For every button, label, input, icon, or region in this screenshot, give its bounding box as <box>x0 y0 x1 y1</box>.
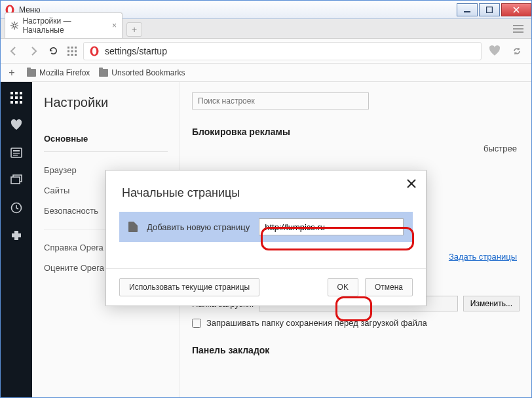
tab-title: Настройки — Начальные <box>22 16 104 35</box>
svg-rect-18 <box>75 47 77 49</box>
svg-rect-22 <box>67 54 69 56</box>
dialog-title: Начальные страницы <box>106 170 426 212</box>
dialog-add-page-row: Добавить новую страницу <box>119 212 413 242</box>
add-page-label: Добавить новую страницу <box>147 222 250 232</box>
svg-rect-3 <box>487 7 493 12</box>
svg-rect-17 <box>71 47 73 49</box>
use-current-pages-button[interactable]: Использовать текущие страницы <box>119 278 259 296</box>
svg-line-9 <box>12 23 13 24</box>
cancel-button[interactable]: Отмена <box>365 278 413 296</box>
speed-dial-icon[interactable] <box>65 44 79 58</box>
sync-icon[interactable] <box>508 42 526 60</box>
svg-rect-24 <box>75 54 77 56</box>
dialog-close-button[interactable] <box>406 178 418 190</box>
svg-rect-20 <box>71 50 73 52</box>
new-tab-button[interactable]: + <box>126 22 142 37</box>
folder-icon <box>27 69 36 77</box>
tab-strip: Настройки — Начальные × + <box>1 19 531 39</box>
nav-back-button[interactable] <box>6 43 22 59</box>
svg-point-26 <box>92 47 96 54</box>
svg-line-12 <box>12 28 13 29</box>
svg-point-4 <box>13 24 16 28</box>
svg-rect-2 <box>464 11 470 12</box>
svg-line-10 <box>16 28 18 29</box>
startup-pages-dialog: Начальные страницы Добавить новую страни… <box>105 170 427 306</box>
folder-icon <box>99 69 108 77</box>
nav-reload-button[interactable] <box>45 43 61 59</box>
tab-close-icon[interactable]: × <box>112 21 117 30</box>
svg-line-11 <box>16 23 18 24</box>
svg-rect-23 <box>71 54 73 56</box>
tab-menu-icon[interactable] <box>509 20 527 38</box>
url-field[interactable] <box>83 42 482 60</box>
window-close-button[interactable] <box>501 3 531 16</box>
window-maximize-button[interactable] <box>479 3 500 16</box>
bookmark-folder[interactable]: Mozilla Firefox <box>27 68 90 77</box>
dialog-footer: Использовать текущие страницы OK Отмена <box>106 268 426 306</box>
dialog-backdrop: Начальные страницы Добавить новую страни… <box>1 82 531 398</box>
svg-rect-14 <box>513 28 523 30</box>
page-icon <box>128 222 138 232</box>
url-input[interactable] <box>105 46 476 56</box>
svg-rect-16 <box>67 47 69 49</box>
window-minimize-button[interactable] <box>457 3 478 16</box>
bookmark-heart-icon[interactable] <box>485 42 504 60</box>
content-area: Настройки Основные Браузер Сайты Безопас… <box>1 82 531 398</box>
tab-settings[interactable]: Настройки — Начальные × <box>5 12 123 38</box>
svg-rect-13 <box>513 25 523 26</box>
opera-o-icon <box>89 46 100 56</box>
add-bookmark-button[interactable]: + <box>6 67 18 79</box>
svg-rect-15 <box>513 31 523 33</box>
gear-icon <box>10 21 18 30</box>
svg-rect-21 <box>75 50 77 52</box>
nav-forward-button[interactable] <box>26 43 41 59</box>
add-page-url-input[interactable] <box>259 218 404 235</box>
bookmarks-bar: + Mozilla Firefox Unsorted Bookmarks <box>1 64 531 82</box>
svg-rect-19 <box>67 50 69 52</box>
ok-button[interactable]: OK <box>328 278 358 296</box>
bookmark-folder[interactable]: Unsorted Bookmarks <box>99 68 185 77</box>
address-bar <box>1 39 531 64</box>
